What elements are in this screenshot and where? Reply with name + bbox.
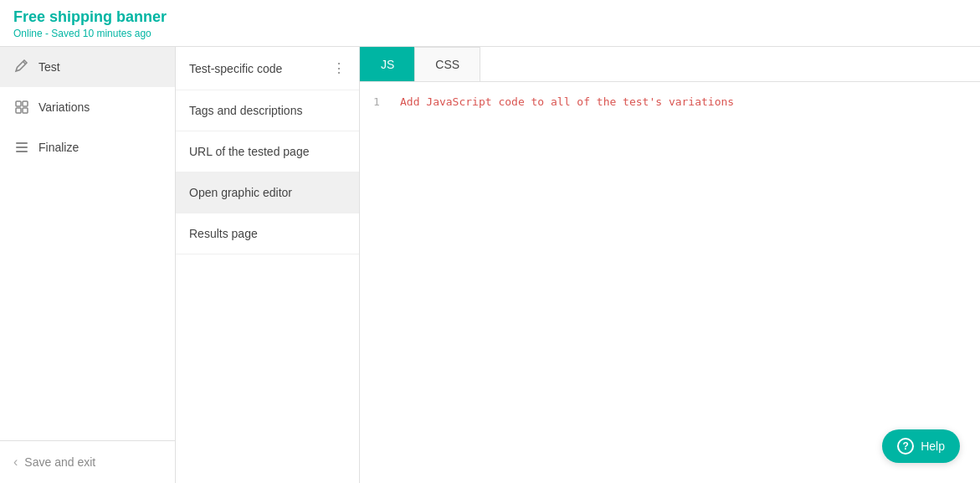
middle-menu: Test-specific code ⋮ Tags and descriptio… bbox=[176, 47, 360, 483]
svg-rect-3 bbox=[23, 108, 28, 113]
svg-rect-1 bbox=[23, 101, 28, 106]
code-tabs: JS CSS bbox=[360, 47, 980, 82]
grid-icon bbox=[13, 99, 30, 116]
save-exit-button[interactable]: ‹ Save and exit bbox=[0, 440, 175, 483]
open-graphic-editor-label: Open graphic editor bbox=[189, 186, 292, 199]
url-tested-page-label: URL of the tested page bbox=[189, 145, 309, 158]
page-title: Free shipping banner bbox=[13, 8, 967, 26]
code-editor-body[interactable]: 1 Add JavaScript code to all of the test… bbox=[360, 82, 980, 483]
results-page-label: Results page bbox=[189, 227, 258, 240]
sidebar-item-test[interactable]: Test bbox=[0, 47, 175, 87]
tab-js[interactable]: JS bbox=[360, 47, 415, 81]
list-icon bbox=[13, 139, 30, 156]
sidebar-test-label: Test bbox=[38, 60, 60, 74]
sidebar-item-variations[interactable]: Variations bbox=[0, 87, 175, 127]
help-button[interactable]: ? Help bbox=[882, 429, 960, 463]
tags-descriptions-label: Tags and descriptions bbox=[189, 104, 302, 117]
svg-rect-4 bbox=[16, 142, 28, 144]
pencil-icon bbox=[13, 59, 30, 75]
main-layout: Test Variations bbox=[0, 47, 980, 483]
line-number-1: 1 bbox=[373, 95, 387, 108]
line-content-1: Add JavaScript code to all of the test's… bbox=[400, 95, 734, 108]
chevron-left-icon: ‹ bbox=[13, 455, 18, 470]
svg-rect-5 bbox=[16, 146, 28, 148]
code-area: JS CSS 1 Add JavaScript code to all of t… bbox=[360, 47, 980, 483]
saved-time: 10 minutes ago bbox=[83, 28, 151, 39]
three-dots-icon[interactable]: ⋮ bbox=[332, 60, 346, 76]
test-specific-code-label: Test-specific code bbox=[189, 62, 282, 75]
question-icon: ? bbox=[897, 438, 914, 455]
code-line-1: 1 Add JavaScript code to all of the test… bbox=[373, 95, 967, 108]
tab-css[interactable]: CSS bbox=[414, 47, 480, 81]
menu-item-results-page[interactable]: Results page bbox=[176, 213, 359, 254]
sidebar-variations-label: Variations bbox=[38, 100, 90, 114]
svg-rect-6 bbox=[16, 151, 28, 152]
menu-item-tags-descriptions[interactable]: Tags and descriptions bbox=[176, 90, 359, 131]
svg-rect-0 bbox=[16, 101, 21, 106]
sidebar: Test Variations bbox=[0, 47, 176, 483]
menu-item-open-graphic-editor[interactable]: Open graphic editor bbox=[176, 172, 359, 213]
sidebar-item-finalize[interactable]: Finalize bbox=[0, 127, 175, 167]
svg-rect-2 bbox=[16, 108, 21, 113]
status-online: Online - bbox=[13, 28, 51, 39]
menu-item-test-specific-code[interactable]: Test-specific code ⋮ bbox=[176, 47, 359, 90]
help-label: Help bbox=[921, 439, 945, 453]
sidebar-nav: Test Variations bbox=[0, 47, 175, 440]
save-exit-label: Save and exit bbox=[24, 455, 95, 469]
header: Free shipping banner Online - Saved 10 m… bbox=[0, 0, 980, 47]
sidebar-finalize-label: Finalize bbox=[38, 141, 79, 154]
saved-label: Saved bbox=[51, 28, 80, 39]
header-status: Online - Saved 10 minutes ago bbox=[13, 28, 967, 39]
menu-item-url-tested-page[interactable]: URL of the tested page bbox=[176, 131, 359, 172]
